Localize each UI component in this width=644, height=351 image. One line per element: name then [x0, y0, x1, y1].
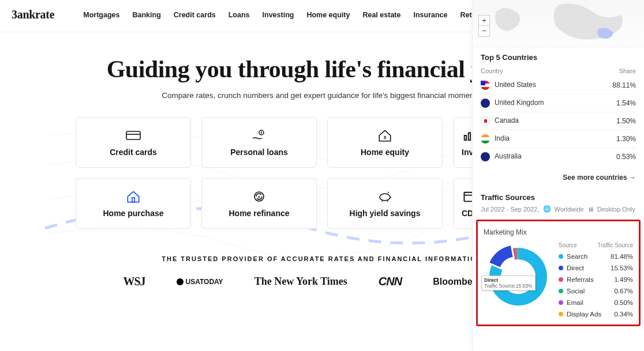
legend-row[interactable]: Search81.48% [559, 251, 633, 262]
legend-swatch [559, 277, 563, 282]
legend-swatch [559, 254, 563, 259]
legend-swatch [559, 266, 563, 270]
country-share: 1.30% [616, 135, 636, 143]
col-share: Share [619, 67, 636, 74]
svg-rect-7 [132, 198, 134, 202]
marketing-mix-donut[interactable]: Direct Traffic Source:15.53% [484, 242, 553, 311]
credit-card-icon [125, 128, 141, 143]
card-personal-loans[interactable]: $ Personal loans [201, 117, 317, 168]
nav-banking[interactable]: Banking [132, 11, 160, 19]
nav-mortgages[interactable]: Mortgages [83, 11, 119, 19]
card-label: Home equity [361, 148, 409, 157]
refinance-icon: $ [251, 189, 267, 204]
legend-hdr-traffic: Traffic Source [597, 242, 633, 248]
svg-text:$: $ [258, 195, 260, 199]
house-icon [125, 189, 141, 204]
card-home-purchase[interactable]: Home purchase [76, 178, 191, 229]
world-map[interactable]: + − [473, 0, 644, 47]
marketing-mix-box: Marketing Mix Direct Traffic Source:15.5… [476, 220, 641, 326]
traffic-sources-section: Traffic Sources Jul 2022 - Sep 2022, 🌐 W… [473, 186, 644, 216]
legend-swatch [559, 300, 563, 305]
card-label: Home refinance [229, 209, 289, 218]
country-name: United Kingdom [495, 99, 544, 107]
flag-icon [481, 152, 490, 161]
zoom-in-button[interactable]: + [479, 16, 489, 26]
legend-value: 0.34% [614, 311, 633, 318]
flag-icon [481, 81, 490, 90]
top-countries-title: Top 5 Countries [481, 53, 636, 62]
country-row[interactable]: India1.30% [481, 130, 636, 148]
svg-text:$: $ [261, 131, 263, 134]
legend-row[interactable]: Display Ads0.34% [559, 308, 633, 320]
card-credit-cards[interactable]: Credit cards [76, 117, 191, 168]
legend-hdr-source: Source [559, 242, 577, 248]
see-more-countries-link[interactable]: See more countries → [473, 169, 644, 186]
legend-value: 15.53% [611, 265, 633, 271]
map-zoom: + − [478, 15, 490, 37]
nav-real-estate[interactable]: Real estate [362, 11, 400, 19]
svg-text:$: $ [384, 135, 387, 140]
legend-label: Direct [567, 265, 584, 271]
svg-rect-0 [126, 131, 140, 139]
legend-row[interactable]: Email0.50% [559, 297, 633, 308]
wsj-logo: WSJ [123, 275, 145, 288]
country-row[interactable]: Australia0.53% [481, 148, 636, 165]
flag-icon [481, 116, 490, 126]
card-label: Personal loans [230, 148, 288, 157]
analytics-panel: + − Top 5 Countries Country Share United… [472, 0, 644, 351]
country-name: United States [495, 81, 536, 89]
desktop-icon: 🖥 [587, 206, 594, 213]
country-share: 1.54% [616, 99, 636, 107]
legend-value: 0.67% [614, 288, 633, 295]
card-high-yield-savings[interactable]: High yield savings [327, 178, 443, 229]
col-country: Country [481, 67, 503, 74]
country-row[interactable]: United Kingdom1.54% [481, 95, 636, 112]
flag-icon [481, 134, 490, 144]
country-name: India [495, 134, 510, 142]
svg-rect-5 [465, 135, 467, 140]
svg-rect-6 [469, 133, 471, 140]
donut-slice[interactable] [489, 246, 512, 267]
zoom-out-button[interactable]: − [479, 26, 489, 36]
legend-swatch [559, 289, 563, 293]
nav-insurance[interactable]: Insurance [413, 11, 447, 19]
top-countries-section: Top 5 Countries Country Share United Sta… [473, 47, 644, 169]
legend-label: Social [567, 288, 585, 295]
usatoday-logo: USATODAY [177, 278, 223, 286]
card-label: High yield savings [350, 209, 421, 218]
svg-point-10 [380, 194, 390, 201]
country-row[interactable]: Canada1.50% [481, 112, 636, 130]
country-share: 0.53% [616, 153, 636, 161]
marketing-mix-title: Marketing Mix [484, 228, 633, 236]
marketing-mix-legend: Source Traffic Source Search81.48%Direct… [559, 242, 633, 320]
nav-loans[interactable]: Loans [229, 11, 250, 19]
legend-label: Search [567, 253, 587, 260]
country-share: 88.11% [612, 81, 636, 89]
card-home-equity[interactable]: $ Home equity [327, 117, 443, 168]
cnn-logo: CNN [379, 275, 402, 288]
globe-icon: 🌐 [543, 205, 551, 213]
flag-icon [481, 99, 490, 108]
legend-row[interactable]: Referrals1.49% [559, 274, 633, 285]
legend-value: 1.49% [614, 276, 633, 283]
nav-investing[interactable]: Investing [263, 11, 294, 19]
donut-tooltip: Direct Traffic Source:15.53% [481, 275, 536, 290]
nav-home-equity[interactable]: Home equity [306, 11, 350, 19]
traffic-sources-title: Traffic Sources [481, 193, 636, 202]
card-label: Credit cards [110, 148, 157, 157]
legend-row[interactable]: Direct15.53% [559, 262, 633, 274]
legend-row[interactable]: Social0.67% [559, 285, 633, 297]
legend-label: Referrals [567, 276, 594, 283]
house-dollar-icon: $ [377, 128, 393, 143]
hand-coin-icon: $ [251, 128, 267, 143]
main-nav: Mortgages Banking Credit cards Loans Inv… [83, 11, 498, 19]
country-row[interactable]: United States88.11% [481, 77, 636, 95]
nyt-logo: The New York Times [254, 275, 347, 288]
country-name: Canada [495, 116, 519, 124]
svg-point-11 [388, 192, 390, 194]
logo[interactable]: 3ankrate [12, 8, 54, 21]
nav-credit-cards[interactable]: Credit cards [174, 11, 216, 19]
country-share: 1.50% [616, 117, 636, 125]
card-home-refinance[interactable]: $ Home refinance [201, 178, 317, 229]
traffic-sources-subtitle: Jul 2022 - Sep 2022, 🌐 Worldwide 🖥 Deskt… [481, 205, 636, 213]
